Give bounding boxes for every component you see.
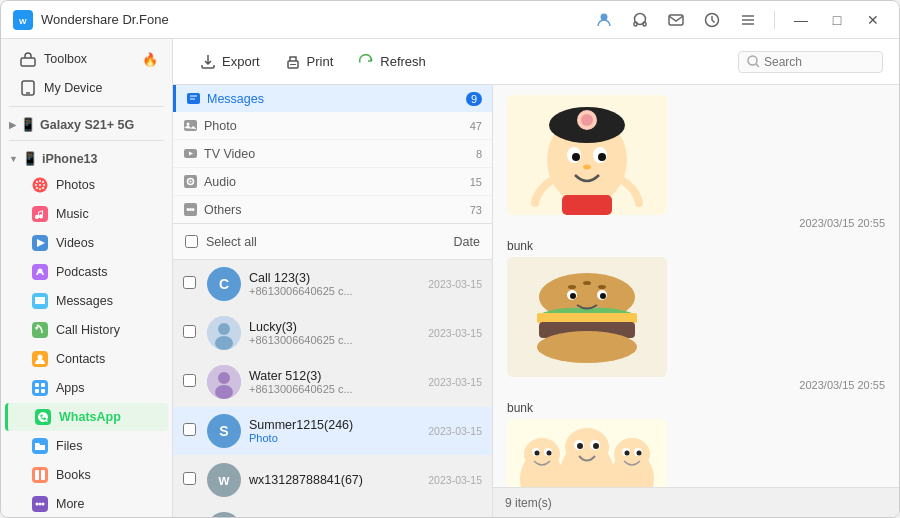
list-item[interactable]: Water 512(3) +8613006640625 c... 2023-03… xyxy=(173,358,492,407)
clock-icon[interactable] xyxy=(698,6,726,34)
row-checkbox[interactable] xyxy=(183,471,199,489)
music-icon xyxy=(31,205,49,223)
list-item[interactable]: +44 +44 7934 457178(16) 2023-03-13 xyxy=(173,505,492,517)
mail-icon[interactable] xyxy=(662,6,690,34)
media-label-3: bunk xyxy=(507,401,885,415)
tab-tv-video[interactable]: TV Video 8 xyxy=(173,140,492,168)
title-bar-icons: — □ ✕ xyxy=(590,6,887,34)
svg-rect-34 xyxy=(41,383,45,387)
sidebar-item-toolbox[interactable]: Toolbox 🔥 xyxy=(5,45,168,73)
sidebar-item-apps[interactable]: Apps xyxy=(5,374,168,402)
whatsapp-label: WhatsApp xyxy=(59,410,158,424)
msg-date: 2023-03-15 xyxy=(428,278,482,290)
books-label: Books xyxy=(56,468,158,482)
print-icon xyxy=(284,53,302,71)
menu-icon[interactable] xyxy=(734,6,762,34)
sidebar-item-podcasts[interactable]: Podcasts xyxy=(5,258,168,286)
minimize-btn[interactable]: — xyxy=(787,6,815,34)
sidebar-item-photos[interactable]: Photos xyxy=(5,171,168,199)
sidebar-item-messages[interactable]: Messages xyxy=(5,287,168,315)
apps-label: Apps xyxy=(56,381,158,395)
chevron-icon: ▼ xyxy=(9,154,18,164)
svg-point-63 xyxy=(215,336,233,350)
call-history-icon xyxy=(31,321,49,339)
sidebar-item-books[interactable]: Books xyxy=(5,461,168,489)
title-bar: W Wondershare Dr.Fone — □ ✕ xyxy=(1,1,899,39)
toolbar: Export Print Refresh xyxy=(173,39,899,85)
tv-video-tab-icon xyxy=(183,146,198,161)
cartoon-image-2 xyxy=(507,257,667,377)
row-checkbox[interactable] xyxy=(183,275,199,293)
search-box[interactable] xyxy=(738,51,883,73)
svg-point-23 xyxy=(43,184,45,186)
split-panel: Messages 9 Photo 47 TV Video 8 xyxy=(173,85,899,517)
list-item[interactable]: C Call 123(3) +8613006640625 c... 2023-0… xyxy=(173,260,492,309)
select-all-checkbox[interactable] xyxy=(185,235,198,248)
svg-point-15 xyxy=(36,181,38,183)
sidebar-item-contacts[interactable]: Contacts xyxy=(5,345,168,373)
svg-point-43 xyxy=(36,503,39,506)
flame-icon: 🔥 xyxy=(142,52,158,67)
row-checkbox[interactable] xyxy=(183,373,199,391)
list-item[interactable]: w wx13128788841(67) 2023-03-15 xyxy=(173,456,492,505)
profile-icon[interactable] xyxy=(590,6,618,34)
svg-point-66 xyxy=(215,385,233,399)
svg-point-48 xyxy=(748,56,757,65)
export-label: Export xyxy=(222,54,260,69)
search-input[interactable] xyxy=(764,55,874,69)
msg-name: wx13128788841(67) xyxy=(249,473,420,487)
contacts-icon xyxy=(31,350,49,368)
headset-icon[interactable] xyxy=(626,6,654,34)
refresh-button[interactable]: Refresh xyxy=(347,48,436,76)
tab-audio[interactable]: Audio 15 xyxy=(173,168,492,196)
sidebar-item-call-history[interactable]: Call History xyxy=(5,316,168,344)
others-tab-count: 73 xyxy=(470,204,482,216)
iphone13-group-header[interactable]: ▼ 📱 iPhone13 xyxy=(1,145,172,170)
sidebar-item-whatsapp[interactable]: WhatsApp xyxy=(5,403,168,431)
photos-label: Photos xyxy=(56,178,158,192)
svg-rect-24 xyxy=(32,206,48,222)
maximize-btn[interactable]: □ xyxy=(823,6,851,34)
svg-rect-6 xyxy=(669,15,683,25)
galaxy-group-header[interactable]: ▶ 📱 Galaxy S21+ 5G xyxy=(1,111,172,136)
sidebar-item-more[interactable]: More xyxy=(5,490,168,517)
tab-photo[interactable]: Photo 47 xyxy=(173,112,492,140)
svg-point-16 xyxy=(42,181,44,183)
svg-point-21 xyxy=(39,188,41,190)
sidebar-item-music[interactable]: Music xyxy=(5,200,168,228)
msg-name: Lucky(3) xyxy=(249,320,420,334)
svg-text:W: W xyxy=(19,16,27,25)
tab-others[interactable]: Others 73 xyxy=(173,196,492,224)
messages-tab-icon xyxy=(186,91,201,106)
message-list-panel: Messages 9 Photo 47 TV Video 8 xyxy=(173,85,493,517)
svg-rect-83 xyxy=(562,195,612,215)
music-label: Music xyxy=(56,207,158,221)
sidebar-item-files[interactable]: Files xyxy=(5,432,168,460)
list-item[interactable]: S Summer1215(246) Photo 2023-03-15 xyxy=(173,407,492,456)
avatar: w xyxy=(207,463,241,497)
sidebar-item-my-device[interactable]: My Device xyxy=(5,74,168,102)
tab-messages[interactable]: Messages 9 xyxy=(173,85,492,112)
refresh-label: Refresh xyxy=(380,54,426,69)
msg-sub: +8613006640625 c... xyxy=(249,383,420,395)
msg-sub: Photo xyxy=(249,432,420,444)
msg-date: 2023-03-15 xyxy=(428,425,482,437)
audio-tab-label: Audio xyxy=(204,175,236,189)
galaxy-icon: 📱 xyxy=(20,117,36,132)
svg-rect-40 xyxy=(35,470,39,480)
print-button[interactable]: Print xyxy=(274,48,344,76)
msg-date: 2023-03-15 xyxy=(428,376,482,388)
export-button[interactable]: Export xyxy=(189,48,270,76)
date-column-label: Date xyxy=(454,235,480,249)
list-item[interactable]: Lucky(3) +8613006640625 c... 2023-03-15 xyxy=(173,309,492,358)
close-btn[interactable]: ✕ xyxy=(859,6,887,34)
apps-icon xyxy=(31,379,49,397)
photo-tab-count: 47 xyxy=(470,120,482,132)
row-checkbox[interactable] xyxy=(183,422,199,440)
sidebar-item-videos[interactable]: Videos xyxy=(5,229,168,257)
cartoon-image-1 xyxy=(507,95,667,215)
svg-rect-29 xyxy=(32,322,48,338)
svg-rect-36 xyxy=(41,389,45,393)
photo-tab-label: Photo xyxy=(204,119,237,133)
row-checkbox[interactable] xyxy=(183,324,199,342)
